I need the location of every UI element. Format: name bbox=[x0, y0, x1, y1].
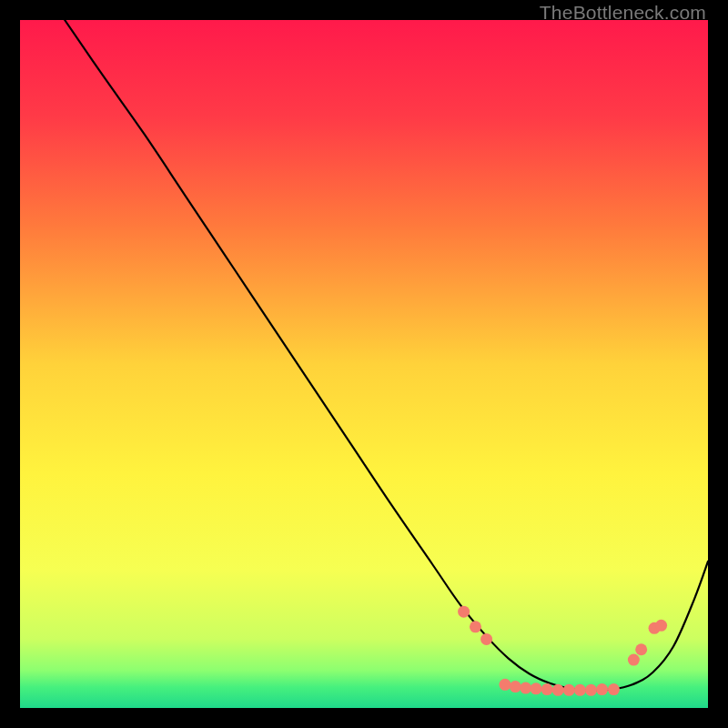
highlight-dot bbox=[520, 682, 531, 694]
highlight-dot bbox=[655, 620, 667, 632]
highlight-dot bbox=[470, 621, 481, 632]
highlight-dot bbox=[628, 654, 640, 666]
highlight-dot bbox=[563, 684, 575, 696]
highlight-dot bbox=[635, 643, 647, 655]
chart-background bbox=[20, 20, 708, 708]
highlight-dot bbox=[552, 684, 564, 696]
highlight-dot bbox=[531, 682, 542, 694]
highlight-dot bbox=[499, 679, 511, 691]
highlight-dot bbox=[585, 684, 597, 696]
highlight-dot bbox=[541, 683, 553, 695]
highlight-dot bbox=[596, 683, 608, 695]
highlight-dot bbox=[608, 683, 620, 695]
highlight-dot bbox=[510, 681, 521, 693]
bottleneck-chart bbox=[20, 20, 708, 708]
highlight-dot bbox=[574, 684, 586, 696]
chart-frame bbox=[20, 20, 708, 708]
highlight-dot bbox=[458, 606, 470, 618]
highlight-dot bbox=[480, 633, 492, 645]
